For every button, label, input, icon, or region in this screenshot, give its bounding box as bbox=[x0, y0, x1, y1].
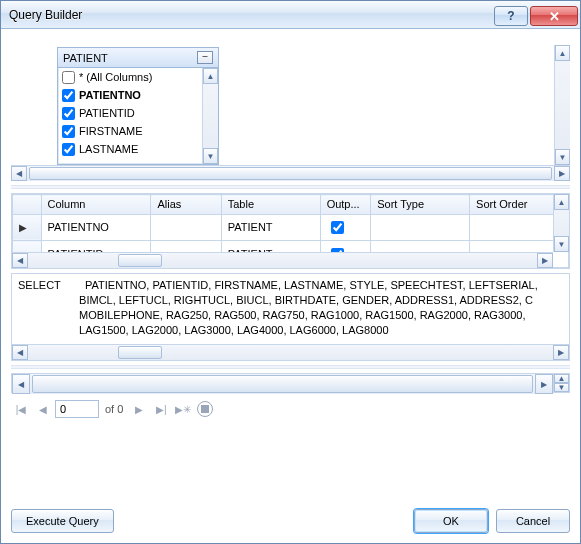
column-list-scrollbar[interactable]: ▲ ▼ bbox=[202, 68, 218, 164]
column-row-all[interactable]: * (All Columns) bbox=[58, 68, 202, 86]
cell-alias[interactable] bbox=[151, 214, 221, 241]
table-box-patient[interactable]: PATIENT – * (All Columns) PATIENTNO bbox=[57, 47, 219, 165]
output-checkbox[interactable] bbox=[331, 221, 344, 234]
scroll-down-icon[interactable]: ▼ bbox=[554, 383, 569, 392]
grid-header-column[interactable]: Column bbox=[41, 195, 151, 215]
scroll-up-icon[interactable]: ▲ bbox=[554, 374, 569, 383]
results-pane: ◀ ▶ ▲ ▼ bbox=[11, 373, 570, 393]
scroll-track[interactable] bbox=[27, 166, 554, 181]
criteria-grid-pane: Column Alias Table Outp... Sort Type Sor… bbox=[11, 193, 570, 269]
grid-header-table[interactable]: Table bbox=[221, 195, 320, 215]
sql-text[interactable]: SELECT PATIENTNO, PATIENTID, FIRSTNAME, … bbox=[12, 274, 569, 344]
scroll-down-icon[interactable]: ▼ bbox=[555, 149, 570, 165]
nav-stop-button[interactable] bbox=[195, 399, 215, 419]
column-checkbox[interactable] bbox=[62, 125, 75, 138]
column-label-all: * (All Columns) bbox=[79, 71, 152, 83]
close-icon: ✕ bbox=[549, 9, 560, 24]
client-area: PATIENT – * (All Columns) PATIENTNO bbox=[1, 29, 580, 543]
scroll-left-icon[interactable]: ◀ bbox=[11, 166, 27, 181]
scroll-thumb[interactable] bbox=[32, 375, 533, 393]
grid-header-sort-type[interactable]: Sort Type bbox=[371, 195, 470, 215]
column-label: PATIENTID bbox=[79, 107, 135, 119]
nav-current-input[interactable] bbox=[55, 400, 99, 418]
column-row[interactable]: PATIENTID bbox=[58, 104, 202, 122]
grid-header-output[interactable]: Outp... bbox=[320, 195, 371, 215]
diagram-vscrollbar[interactable]: ▲ ▼ bbox=[554, 45, 570, 165]
column-row[interactable]: PATIENTNO bbox=[58, 86, 202, 104]
cell-column[interactable]: PATIENTNO bbox=[41, 214, 151, 241]
cell-output[interactable] bbox=[320, 214, 371, 241]
column-row[interactable]: FIRSTNAME bbox=[58, 122, 202, 140]
scroll-track[interactable] bbox=[554, 210, 569, 236]
column-checkbox[interactable] bbox=[62, 89, 75, 102]
scroll-thumb[interactable] bbox=[118, 254, 162, 267]
scroll-down-icon[interactable]: ▼ bbox=[203, 148, 218, 164]
scroll-up-icon[interactable]: ▲ bbox=[203, 68, 218, 84]
minimize-icon[interactable]: – bbox=[197, 51, 213, 64]
column-label: LASTNAME bbox=[79, 143, 138, 155]
close-button[interactable]: ✕ bbox=[530, 6, 578, 26]
help-button[interactable]: ? bbox=[494, 6, 528, 26]
current-row-icon: ▶ bbox=[19, 222, 27, 233]
scroll-thumb[interactable] bbox=[118, 346, 162, 359]
splitter[interactable] bbox=[11, 185, 570, 189]
diagram-pane[interactable]: PATIENT – * (All Columns) PATIENTNO bbox=[11, 35, 570, 181]
scroll-up-icon[interactable]: ▲ bbox=[555, 45, 570, 61]
scroll-track[interactable] bbox=[203, 84, 218, 148]
column-label: PATIENTNO bbox=[79, 89, 141, 101]
titlebar[interactable]: Query Builder ? ✕ bbox=[1, 1, 580, 29]
column-list[interactable]: * (All Columns) PATIENTNO PATIENTID bbox=[58, 68, 218, 164]
scroll-track[interactable] bbox=[30, 374, 535, 394]
diagram-hscrollbar[interactable]: ◀ ▶ bbox=[11, 165, 570, 181]
splitter[interactable] bbox=[11, 365, 570, 369]
row-indicator: ▶ bbox=[13, 214, 42, 241]
dialog-button-row: Execute Query OK Cancel bbox=[11, 503, 570, 533]
results-vscrollbar[interactable]: ▲ ▼ bbox=[553, 374, 569, 392]
nav-last-icon[interactable]: ▶| bbox=[151, 399, 171, 419]
scroll-up-icon[interactable]: ▲ bbox=[554, 194, 569, 210]
cell-sort-type[interactable] bbox=[371, 214, 470, 241]
query-builder-dialog: Query Builder ? ✕ PATIENT – * (All Colum… bbox=[0, 0, 581, 544]
grid-header-alias[interactable]: Alias bbox=[151, 195, 221, 215]
nav-of-label: of 0 bbox=[101, 403, 127, 415]
nav-prev-icon[interactable]: ◀ bbox=[33, 399, 53, 419]
column-checkbox[interactable] bbox=[62, 143, 75, 156]
sql-hscrollbar[interactable]: ◀ ▶ bbox=[12, 344, 569, 360]
results-hscrollbar[interactable]: ◀ ▶ bbox=[12, 374, 553, 394]
sql-pane[interactable]: SELECT PATIENTNO, PATIENTID, FIRSTNAME, … bbox=[11, 273, 570, 361]
scroll-right-icon[interactable]: ▶ bbox=[537, 253, 553, 268]
stop-icon bbox=[197, 401, 213, 417]
column-label: FIRSTNAME bbox=[79, 125, 143, 137]
scroll-thumb[interactable] bbox=[29, 167, 552, 180]
scroll-left-icon[interactable]: ◀ bbox=[12, 374, 30, 394]
table-name-label: PATIENT bbox=[63, 52, 197, 64]
cancel-button[interactable]: Cancel bbox=[496, 509, 570, 533]
column-checkbox[interactable] bbox=[62, 107, 75, 120]
scroll-right-icon[interactable]: ▶ bbox=[554, 166, 570, 181]
nav-new-icon[interactable]: ▶✳ bbox=[173, 399, 193, 419]
grid-corner bbox=[13, 195, 42, 215]
scroll-left-icon[interactable]: ◀ bbox=[12, 253, 28, 268]
execute-query-button[interactable]: Execute Query bbox=[11, 509, 114, 533]
ok-button[interactable]: OK bbox=[414, 509, 488, 533]
record-navigator: |◀ ◀ of 0 ▶ ▶| ▶✳ bbox=[11, 397, 570, 421]
scroll-left-icon[interactable]: ◀ bbox=[12, 345, 28, 360]
scroll-right-icon[interactable]: ▶ bbox=[553, 345, 569, 360]
column-checkbox-all[interactable] bbox=[62, 71, 75, 84]
scroll-right-icon[interactable]: ▶ bbox=[535, 374, 553, 394]
nav-next-icon[interactable]: ▶ bbox=[129, 399, 149, 419]
grid-vscrollbar[interactable]: ▲ ▼ bbox=[553, 194, 569, 252]
grid-row[interactable]: ▶ PATIENTNO PATIENT bbox=[13, 214, 569, 241]
scroll-track[interactable] bbox=[555, 61, 570, 149]
nav-first-icon[interactable]: |◀ bbox=[11, 399, 31, 419]
grid-hscrollbar[interactable]: ◀ ▶ bbox=[12, 252, 553, 268]
scroll-track[interactable] bbox=[28, 253, 537, 268]
grid-header-row: Column Alias Table Outp... Sort Type Sor… bbox=[13, 195, 569, 215]
scroll-track[interactable] bbox=[28, 345, 553, 360]
cell-table[interactable]: PATIENT bbox=[221, 214, 320, 241]
window-title: Query Builder bbox=[9, 8, 494, 22]
column-row[interactable]: LASTNAME bbox=[58, 140, 202, 158]
scroll-down-icon[interactable]: ▼ bbox=[554, 236, 569, 252]
table-box-title[interactable]: PATIENT – bbox=[58, 48, 218, 68]
